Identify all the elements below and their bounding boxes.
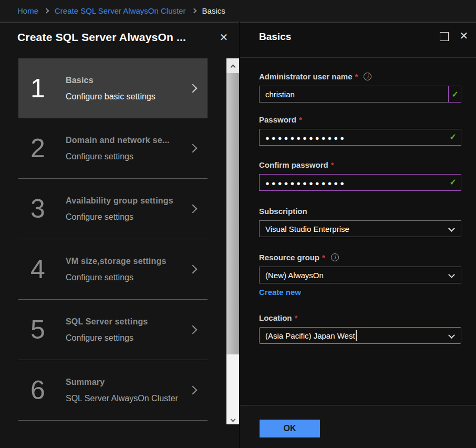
confirm-password-masked-value: ●●●●●●●●●●●●● — [265, 178, 346, 187]
step-text: VM size,storage settings Configure setti… — [57, 257, 190, 282]
create-new-link[interactable]: Create new — [259, 288, 301, 297]
admin-username-value: christian — [265, 90, 295, 99]
step-title: SQL Server settings — [66, 317, 190, 327]
basics-form: Administrator user name * i christian ✓ … — [240, 58, 476, 405]
password-group: Password * ●●●●●●●●●●●●● ✓ — [259, 115, 476, 146]
location-label: Location * — [259, 313, 476, 322]
label-text: Resource group — [259, 253, 319, 262]
wizard-step-basics[interactable]: 1 Basics Configure basic settings — [18, 58, 208, 118]
scrollbar-down-button[interactable] — [226, 418, 239, 421]
label-text: Confirm password — [259, 160, 328, 169]
breadcrumb-home-link[interactable]: Home — [17, 6, 38, 15]
password-label: Password * — [259, 115, 476, 124]
scrollbar-thumb[interactable] — [226, 73, 239, 354]
breadcrumb-chevron-icon — [191, 8, 196, 14]
wizard-panel-title: Create SQL Server AlwaysOn ... — [17, 31, 186, 44]
chevron-right-icon — [189, 144, 198, 153]
breadcrumb-current: Basics — [202, 6, 225, 15]
password-input[interactable]: ●●●●●●●●●●●●● ✓ — [259, 129, 461, 146]
step-subtitle: Configure settings — [66, 212, 190, 222]
step-text: Basics Configure basic settings — [57, 76, 190, 101]
basics-blade-title: Basics — [259, 31, 291, 43]
step-title: Domain and network se... — [66, 136, 190, 145]
admin-username-group: Administrator user name * i christian ✓ — [259, 72, 476, 103]
azure-portal-page: Home Create SQL Server AlwaysOn Cluster … — [0, 0, 476, 448]
wizard-steps-list: 1 Basics Configure basic settings 2 Doma… — [0, 58, 226, 424]
step-title: Availability group settings — [66, 196, 190, 206]
resource-group-value: (New) AlwaysOn — [265, 271, 324, 280]
basics-blade: Basics ✕ Administrator user name * i chr… — [240, 22, 476, 448]
required-marker: * — [322, 253, 325, 262]
chevron-down-icon — [230, 417, 235, 422]
chevron-right-icon — [189, 386, 198, 395]
subscription-dropdown[interactable]: Visual Studio Enterprise — [259, 220, 461, 237]
confirm-password-input[interactable]: ●●●●●●●●●●●●● ✓ — [259, 174, 461, 191]
wizard-step-vm-size-storage[interactable]: 4 VM size,storage settings Configure set… — [18, 239, 208, 300]
label-text: Subscription — [259, 207, 307, 216]
wizard-step-sql-server-settings[interactable]: 5 SQL Server settings Configure settings — [18, 300, 208, 360]
step-number: 1 — [18, 75, 57, 101]
step-number: 6 — [18, 377, 57, 403]
scrollbar-up-button[interactable] — [226, 58, 239, 73]
chevron-up-icon — [230, 64, 235, 69]
chevron-right-icon — [189, 265, 198, 274]
step-subtitle: Configure settings — [66, 273, 190, 282]
wizard-panel: Create SQL Server AlwaysOn ... ✕ 1 Basic… — [0, 22, 239, 448]
admin-username-label: Administrator user name * i — [259, 72, 476, 81]
resource-group-dropdown[interactable]: (New) AlwaysOn — [259, 267, 461, 283]
checkmark-icon: ✓ — [450, 132, 457, 142]
info-icon[interactable]: i — [364, 73, 371, 80]
location-value: (Asia Pacific) Japan West — [265, 331, 355, 340]
chevron-right-icon — [189, 325, 198, 334]
step-number: 5 — [18, 317, 57, 343]
chevron-down-icon — [448, 225, 455, 232]
breadcrumb-chevron-icon — [44, 8, 49, 14]
subscription-label: Subscription — [259, 206, 476, 216]
chevron-right-icon — [189, 84, 198, 93]
required-marker: * — [331, 160, 334, 169]
step-number: 3 — [18, 196, 57, 222]
location-group: Location * (Asia Pacific) Japan West — [259, 313, 476, 344]
step-title: VM size,storage settings — [66, 257, 190, 266]
wizard-panel-header: Create SQL Server AlwaysOn ... ✕ — [0, 23, 239, 58]
checkmark-icon: ✓ — [452, 89, 459, 99]
label-text: Location — [259, 313, 292, 322]
step-subtitle: SQL Server AlwaysOn Cluster — [66, 394, 190, 403]
confirm-password-label: Confirm password * — [259, 160, 476, 169]
resource-group-group: Resource group * i (New) AlwaysOn Create… — [259, 252, 476, 297]
basics-blade-header: Basics ✕ — [240, 23, 476, 58]
label-text: Password — [259, 115, 296, 124]
password-masked-value: ●●●●●●●●●●●●● — [265, 133, 346, 142]
info-icon[interactable]: i — [331, 253, 339, 261]
required-marker: * — [355, 72, 358, 81]
chevron-down-icon — [448, 271, 455, 278]
subscription-group: Subscription Visual Studio Enterprise — [259, 206, 476, 237]
chevron-down-icon — [448, 332, 455, 339]
checkmark-icon: ✓ — [450, 177, 457, 187]
location-dropdown[interactable]: (Asia Pacific) Japan West — [259, 327, 461, 344]
scrollbar-track[interactable] — [226, 354, 239, 424]
step-text: SQL Server settings Configure settings — [57, 317, 190, 343]
step-text: Domain and network se... Configure setti… — [57, 136, 190, 161]
ok-button[interactable]: OK — [260, 420, 320, 437]
wizard-step-availability-group[interactable]: 3 Availability group settings Configure … — [18, 179, 208, 239]
step-subtitle: Configure basic settings — [66, 92, 190, 101]
subscription-value: Visual Studio Enterprise — [265, 225, 349, 233]
maximize-icon[interactable] — [440, 32, 449, 41]
basics-close-icon[interactable]: ✕ — [457, 29, 471, 43]
wizard-close-icon[interactable]: ✕ — [217, 30, 231, 44]
breadcrumb: Home Create SQL Server AlwaysOn Cluster … — [0, 0, 476, 22]
step-number: 2 — [18, 135, 57, 161]
admin-username-input[interactable]: christian ✓ — [259, 86, 461, 103]
chevron-right-icon — [189, 205, 198, 213]
resource-group-label: Resource group * i — [259, 252, 476, 262]
wizard-scrollbar — [226, 58, 239, 424]
label-text: Administrator user name — [259, 72, 353, 81]
required-marker: * — [295, 313, 298, 322]
wizard-step-domain-network[interactable]: 2 Domain and network se... Configure set… — [18, 118, 208, 179]
required-marker: * — [299, 115, 302, 124]
breadcrumb-wizard-link[interactable]: Create SQL Server AlwaysOn Cluster — [55, 6, 186, 15]
confirm-password-group: Confirm password * ●●●●●●●●●●●●● ✓ — [259, 160, 476, 191]
wizard-step-summary[interactable]: 6 Summary SQL Server AlwaysOn Cluster — [18, 360, 208, 421]
step-subtitle: Configure settings — [66, 152, 190, 161]
